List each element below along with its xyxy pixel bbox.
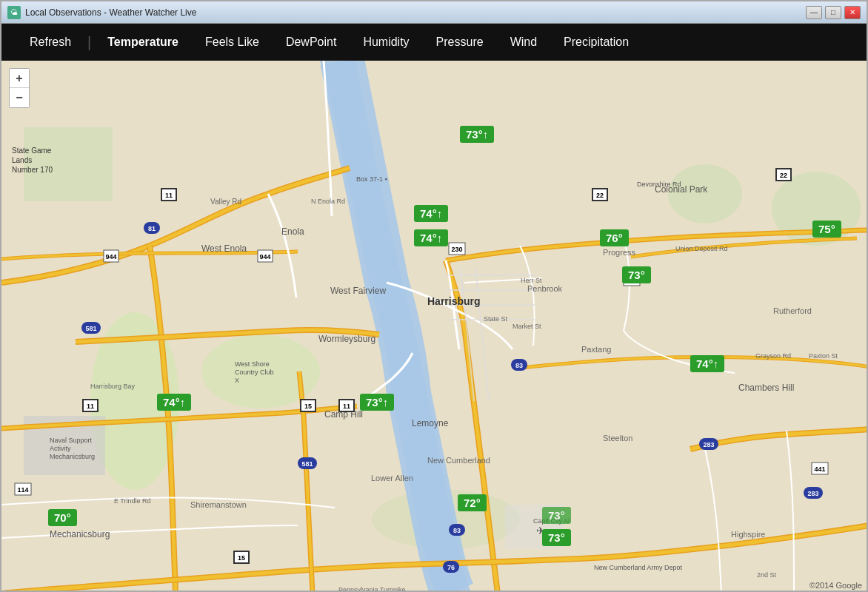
svg-text:283: 283 bbox=[703, 441, 714, 448]
maximize-button[interactable]: □ bbox=[825, 6, 841, 19]
svg-text:Market St: Market St bbox=[513, 323, 541, 330]
svg-text:Lemoyne: Lemoyne bbox=[412, 418, 449, 428]
svg-text:State St: State St bbox=[484, 315, 508, 323]
svg-text:Penbrook: Penbrook bbox=[527, 284, 563, 293]
svg-text:Box 37-1 ▪: Box 37-1 ▪ bbox=[356, 175, 387, 183]
svg-text:Chambers Hill: Chambers Hill bbox=[738, 383, 794, 393]
toolbar-precipitation[interactable]: Precipitation bbox=[550, 24, 642, 61]
map-controls: + − bbox=[9, 68, 30, 108]
temp-badge-t3[interactable]: 76° bbox=[600, 229, 629, 246]
svg-text:230: 230 bbox=[451, 246, 462, 253]
svg-text:Enola: Enola bbox=[281, 226, 304, 237]
minimize-button[interactable]: — bbox=[806, 6, 822, 19]
svg-text:581: 581 bbox=[85, 325, 96, 332]
svg-text:283: 283 bbox=[807, 490, 818, 497]
svg-text:Progress: Progress bbox=[603, 248, 636, 257]
svg-text:Activity: Activity bbox=[50, 445, 71, 452]
svg-text:Harrisburg: Harrisburg bbox=[427, 295, 481, 307]
svg-text:X: X bbox=[235, 377, 239, 384]
toolbar-feels-like[interactable]: Feels Like bbox=[192, 24, 273, 61]
svg-text:81: 81 bbox=[148, 225, 156, 232]
svg-text:11: 11 bbox=[165, 192, 173, 199]
svg-text:E Trindle Rd: E Trindle Rd bbox=[114, 497, 151, 505]
svg-text:Rutherford: Rutherford bbox=[773, 306, 812, 315]
svg-text:West Enola: West Enola bbox=[201, 243, 247, 254]
svg-text:Grayson Rd: Grayson Rd bbox=[755, 352, 791, 360]
svg-text:83: 83 bbox=[515, 362, 523, 369]
toolbar-divider: | bbox=[84, 34, 94, 51]
temp-badge-t13[interactable]: 73°↑ bbox=[460, 126, 494, 143]
titlebar-title: Local Observations - Weather Watcher Liv… bbox=[25, 7, 196, 18]
svg-text:Mechanicsburg: Mechanicsburg bbox=[50, 529, 110, 539]
svg-text:Wormleysburg: Wormleysburg bbox=[318, 334, 375, 344]
svg-text:15: 15 bbox=[304, 403, 312, 410]
svg-text:11: 11 bbox=[343, 403, 350, 410]
temp-badge-t9[interactable]: 72° bbox=[458, 494, 487, 511]
temp-badge-t1[interactable]: 74°↑ bbox=[414, 205, 448, 222]
svg-text:N Enola Rd: N Enola Rd bbox=[311, 198, 345, 205]
toolbar-temperature[interactable]: Temperature bbox=[94, 24, 192, 61]
toolbar: Refresh | Temperature Feels Like DewPoin… bbox=[1, 24, 867, 61]
temp-badge-t8[interactable]: 73°↑ bbox=[360, 394, 394, 411]
svg-text:Country Club: Country Club bbox=[235, 369, 274, 376]
temp-badge-t10[interactable]: 73° bbox=[542, 529, 571, 546]
map-attribution: ©2014 Google bbox=[809, 581, 862, 590]
svg-text:76: 76 bbox=[447, 564, 455, 571]
svg-text:Harrisburg Bay: Harrisburg Bay bbox=[90, 383, 136, 390]
titlebar: 🌤 Local Observations - Weather Watcher L… bbox=[1, 1, 867, 24]
app-icon: 🌤 bbox=[7, 6, 21, 19]
window-controls: — □ ✕ bbox=[806, 6, 861, 19]
temp-badge-t2[interactable]: 74°↑ bbox=[414, 229, 448, 246]
svg-text:944: 944 bbox=[105, 253, 116, 260]
toolbar-refresh[interactable]: Refresh bbox=[16, 24, 84, 61]
svg-text:New Cumberland: New Cumberland bbox=[427, 456, 490, 465]
temp-badge-t6[interactable]: 74°↑ bbox=[690, 355, 724, 372]
svg-text:New Cumberland Army Depot: New Cumberland Army Depot bbox=[594, 564, 683, 571]
svg-text:Herr St: Herr St bbox=[521, 277, 542, 284]
svg-text:Union Deposit Rd: Union Deposit Rd bbox=[675, 245, 728, 252]
svg-text:Valley Rd: Valley Rd bbox=[210, 198, 241, 206]
svg-text:114: 114 bbox=[17, 486, 28, 494]
svg-text:944: 944 bbox=[259, 253, 270, 260]
svg-text:83: 83 bbox=[453, 527, 461, 534]
close-button[interactable]: ✕ bbox=[844, 6, 861, 19]
svg-text:22: 22 bbox=[596, 192, 604, 199]
titlebar-left: 🌤 Local Observations - Weather Watcher L… bbox=[7, 6, 196, 19]
toolbar-humidity[interactable]: Humidity bbox=[350, 24, 422, 61]
svg-text:Paxtang: Paxtang bbox=[581, 345, 611, 354]
svg-text:Shiremanstown: Shiremanstown bbox=[190, 500, 247, 509]
svg-text:22: 22 bbox=[780, 172, 787, 179]
svg-text:441: 441 bbox=[814, 465, 825, 473]
map-container[interactable]: Harrisburg West Enola Enola West Fairvie… bbox=[1, 61, 868, 592]
svg-text:West Shore: West Shore bbox=[235, 360, 270, 368]
svg-text:Paxton St: Paxton St bbox=[809, 352, 838, 360]
map-label-state-game-lands: State GameLandsNumber 170 bbox=[12, 146, 53, 175]
toolbar-dewpoint[interactable]: DewPoint bbox=[273, 24, 350, 61]
toolbar-wind[interactable]: Wind bbox=[497, 24, 550, 61]
svg-text:Naval Support: Naval Support bbox=[50, 437, 93, 444]
toolbar-pressure[interactable]: Pressure bbox=[423, 24, 497, 61]
svg-text:2nd St: 2nd St bbox=[757, 571, 777, 579]
svg-text:581: 581 bbox=[301, 460, 313, 468]
svg-text:Lower Allen: Lower Allen bbox=[371, 474, 413, 482]
svg-text:West Fairview: West Fairview bbox=[330, 286, 386, 296]
temp-badge-t7[interactable]: 74°↑ bbox=[157, 394, 191, 411]
zoom-out-button[interactable]: − bbox=[10, 88, 29, 107]
temp-badge-t11[interactable]: 70° bbox=[48, 509, 77, 526]
temp-badge-t10b[interactable]: 73° bbox=[542, 507, 571, 524]
temp-badge-t4[interactable]: 75° bbox=[812, 221, 841, 238]
svg-text:Mechanicsburg: Mechanicsburg bbox=[50, 453, 95, 460]
zoom-in-button[interactable]: + bbox=[10, 69, 29, 88]
svg-text:15: 15 bbox=[238, 554, 245, 562]
temp-badge-t5[interactable]: 73° bbox=[622, 266, 651, 283]
svg-text:Pennsylvania Turnpike: Pennsylvania Turnpike bbox=[338, 586, 406, 592]
svg-text:11: 11 bbox=[87, 403, 94, 410]
svg-text:Highspire: Highspire bbox=[731, 530, 765, 539]
svg-text:Devonshire Rd: Devonshire Rd bbox=[637, 181, 681, 188]
svg-text:Steelton: Steelton bbox=[603, 434, 632, 443]
